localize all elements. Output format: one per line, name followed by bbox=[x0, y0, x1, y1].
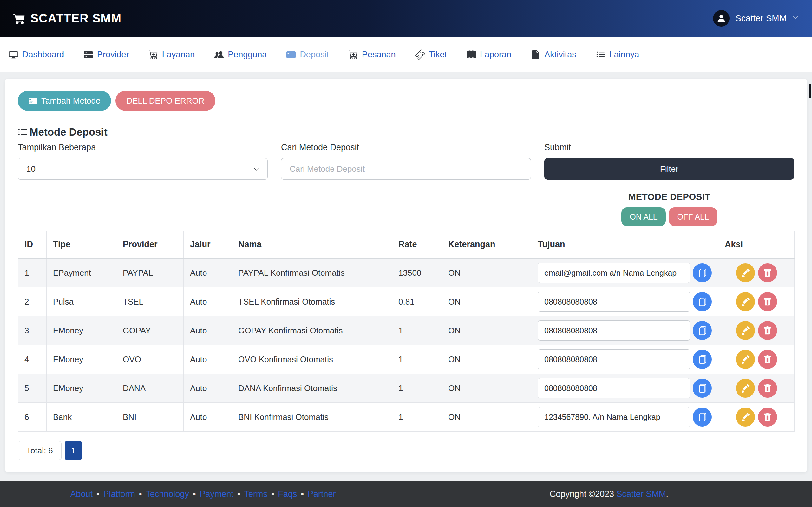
nav-item-layanan[interactable]: Layanan bbox=[149, 50, 195, 60]
ticket-icon bbox=[415, 50, 425, 59]
copy-button[interactable] bbox=[693, 407, 712, 427]
tujuan-input[interactable] bbox=[538, 320, 690, 341]
footer-link-about[interactable]: About bbox=[70, 489, 103, 499]
copy-button[interactable] bbox=[693, 379, 712, 398]
tujuan-input[interactable] bbox=[538, 378, 690, 398]
trash-icon bbox=[763, 326, 772, 335]
copy-button[interactable] bbox=[693, 321, 712, 340]
cell-keterangan: ON bbox=[442, 345, 531, 374]
footer-link-payment[interactable]: Payment bbox=[200, 489, 244, 499]
cell-rate: 1 bbox=[392, 345, 442, 374]
column-header-provider: Provider bbox=[116, 231, 184, 259]
column-header-jalur: Jalur bbox=[184, 231, 232, 259]
table-row: 1 EPayment PAYPAL Auto PAYPAL Konfirmasi… bbox=[18, 258, 795, 287]
delete-button[interactable] bbox=[758, 292, 777, 311]
scrollbar-thumb[interactable] bbox=[809, 83, 811, 98]
filter-button[interactable]: Filter bbox=[544, 158, 794, 180]
cell-tipe: Bank bbox=[47, 403, 116, 432]
cell-id: 3 bbox=[18, 316, 47, 345]
delete-button[interactable] bbox=[758, 321, 777, 340]
top-header: SCATTER SMM Scatter SMM bbox=[0, 0, 812, 37]
pencil-icon bbox=[741, 297, 750, 306]
on-all-button[interactable]: ON ALL bbox=[621, 207, 666, 226]
tujuan-input[interactable] bbox=[538, 349, 690, 370]
footer-link-partner[interactable]: Partner bbox=[308, 489, 336, 499]
cell-nama: GOPAY Konfirmasi Otomatis bbox=[232, 316, 392, 345]
edit-button[interactable] bbox=[736, 263, 755, 282]
copy-icon bbox=[698, 355, 707, 364]
brand-link[interactable]: SCATTER SMM bbox=[13, 12, 121, 25]
cell-keterangan: ON bbox=[442, 374, 531, 403]
copyright-brand-link[interactable]: Scatter SMM bbox=[616, 489, 666, 499]
nav-item-provider[interactable]: Provider bbox=[84, 50, 129, 60]
cell-rate: 0.81 bbox=[392, 287, 442, 316]
show-entries-select[interactable]: 10 bbox=[18, 158, 268, 180]
cell-keterangan: ON bbox=[442, 316, 531, 345]
edit-button[interactable] bbox=[736, 292, 755, 311]
copyright: Copyright ©2023 Scatter SMM. bbox=[406, 489, 812, 499]
tujuan-input[interactable] bbox=[538, 263, 690, 283]
cell-jalur: Auto bbox=[184, 374, 232, 403]
nav-item-aktivitas[interactable]: Aktivitas bbox=[531, 50, 576, 60]
column-header-id: ID bbox=[18, 231, 47, 259]
column-header-tujuan: Tujuan bbox=[531, 231, 718, 259]
edit-button[interactable] bbox=[736, 350, 755, 369]
edit-button[interactable] bbox=[736, 321, 755, 340]
cell-id: 5 bbox=[18, 374, 47, 403]
user-menu[interactable]: Scatter SMM bbox=[713, 10, 799, 26]
nav-item-laporan[interactable]: Laporan bbox=[467, 50, 511, 60]
copy-icon bbox=[698, 413, 707, 421]
column-header-tipe: Tipe bbox=[47, 231, 116, 259]
delete-button[interactable] bbox=[758, 350, 777, 369]
show-entries-label: Tampilkan Beberapa bbox=[18, 143, 268, 153]
off-all-button[interactable]: OFF ALL bbox=[669, 207, 717, 226]
copy-icon bbox=[698, 269, 707, 277]
cell-nama: OVO Konfirmasi Otomatis bbox=[232, 345, 392, 374]
add-method-button[interactable]: Tambah Metode bbox=[18, 91, 111, 111]
person-icon bbox=[716, 14, 726, 23]
cell-jalur: Auto bbox=[184, 316, 232, 345]
copy-button[interactable] bbox=[693, 350, 712, 369]
cell-nama: PAYPAL Konfirmasi Otomatis bbox=[232, 258, 392, 287]
list-icon bbox=[18, 127, 28, 137]
nav-item-pesanan[interactable]: Pesanan bbox=[349, 50, 396, 60]
cell-id: 4 bbox=[18, 345, 47, 374]
cell-tipe: EPayment bbox=[47, 258, 116, 287]
footer-link-faqs[interactable]: Faqs bbox=[278, 489, 308, 499]
tujuan-input[interactable] bbox=[538, 291, 690, 312]
total-count: Total: 6 bbox=[18, 441, 61, 460]
footer-link-platform[interactable]: Platform bbox=[103, 489, 146, 499]
column-header-aksi: Aksi bbox=[718, 231, 795, 259]
brand-title: SCATTER SMM bbox=[31, 12, 121, 25]
search-label: Cari Metode Deposit bbox=[281, 143, 531, 153]
search-input[interactable] bbox=[281, 158, 531, 180]
nav-item-deposit[interactable]: Deposit bbox=[287, 50, 329, 60]
nav-item-lainnya[interactable]: Lainnya bbox=[596, 50, 640, 60]
column-header-keterangan: Keterangan bbox=[442, 231, 531, 259]
footer-link-terms[interactable]: Terms bbox=[244, 489, 278, 499]
tujuan-input[interactable] bbox=[538, 407, 690, 427]
cell-provider: GOPAY bbox=[116, 316, 184, 345]
cell-id: 6 bbox=[18, 403, 47, 432]
bulk-title: METODE DEPOSIT bbox=[544, 192, 794, 202]
footer-link-technology[interactable]: Technology bbox=[146, 489, 200, 499]
dell-depo-error-button[interactable]: DELL DEPO ERROR bbox=[115, 91, 215, 111]
nav-item-dashboard[interactable]: Dashboard bbox=[9, 50, 64, 60]
cell-keterangan: ON bbox=[442, 258, 531, 287]
edit-button[interactable] bbox=[736, 407, 755, 427]
delete-button[interactable] bbox=[758, 379, 777, 398]
copy-icon bbox=[698, 297, 707, 306]
table-row: 6 Bank BNI Auto BNI Konfirmasi Otomatis … bbox=[18, 403, 795, 432]
delete-button[interactable] bbox=[758, 407, 777, 427]
cart-icon bbox=[13, 12, 26, 24]
cell-rate: 13500 bbox=[392, 258, 442, 287]
table-row: 2 Pulsa TSEL Auto TSEL Konfirmasi Otomat… bbox=[18, 287, 795, 316]
copy-button[interactable] bbox=[693, 263, 712, 282]
copy-icon bbox=[698, 326, 707, 335]
copy-button[interactable] bbox=[693, 292, 712, 311]
page-1-button[interactable]: 1 bbox=[65, 441, 82, 460]
delete-button[interactable] bbox=[758, 263, 777, 282]
nav-item-pengguna[interactable]: Pengguna bbox=[214, 50, 267, 60]
nav-item-tiket[interactable]: Tiket bbox=[415, 50, 447, 60]
edit-button[interactable] bbox=[736, 379, 755, 398]
